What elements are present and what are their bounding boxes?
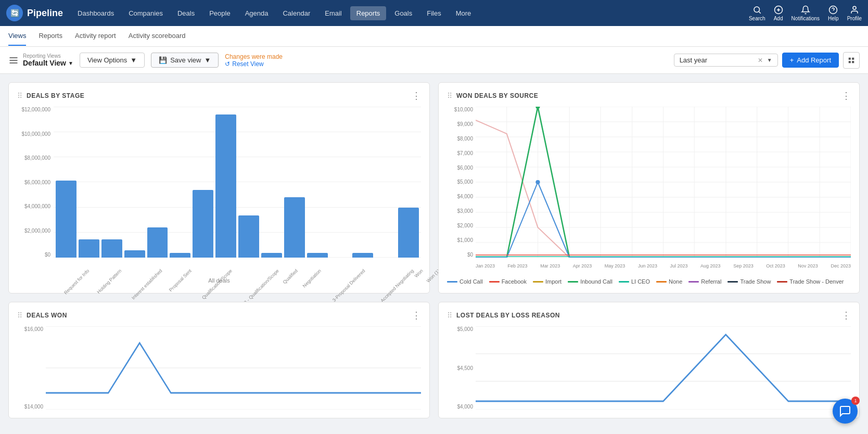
changes-title: Changes were made: [225, 53, 283, 60]
legend-inbound-call: Inbound Call: [568, 278, 612, 285]
legend-color: [619, 281, 629, 283]
drag-handle-icon[interactable]: ⠿: [17, 311, 22, 320]
nav-deals[interactable]: Deals: [171, 6, 201, 20]
legend-color: [656, 281, 667, 283]
lost-deals-card: ⠿ LOST DEALS BY LOSS REASON ⋮ $5,000 $4,…: [438, 302, 860, 418]
date-filter[interactable]: Last year ✕ ▼: [674, 54, 778, 67]
svg-line-1: [759, 11, 760, 13]
legend-color: [777, 281, 787, 283]
bar-item[interactable]: [284, 197, 305, 258]
won-deals-by-source-card: ⠿ WON DEALS BY SOURCE ⋮ $10,000$9,000$8,…: [438, 82, 860, 293]
subnav-activity-scoreboard[interactable]: Activity scoreboard: [129, 27, 186, 46]
nav-reports[interactable]: Reports: [350, 6, 387, 20]
svg-rect-14: [852, 61, 854, 63]
svg-point-38: [535, 107, 540, 109]
view-label-area: Reporting Views Default View ▼: [23, 53, 73, 67]
won-deals-legend: Cold Call Facebook Import Inbound Call L…: [447, 278, 851, 285]
bar-item[interactable]: [193, 190, 213, 258]
nav-files[interactable]: Files: [420, 6, 447, 20]
nav-right-icons: Search Add Notifications Help Profile: [749, 5, 862, 21]
chart-menu-icon[interactable]: ⋮: [841, 91, 851, 100]
deals-won-chart: $16,000 $14,000: [17, 326, 421, 410]
default-view-label[interactable]: Default View ▼: [23, 59, 73, 67]
svg-rect-11: [849, 57, 851, 59]
svg-point-0: [754, 7, 760, 12]
bar-item[interactable]: [307, 253, 328, 258]
bars-container: [54, 107, 421, 258]
grid-view-toggle[interactable]: [843, 52, 860, 69]
svg-rect-13: [849, 61, 851, 63]
drag-handle-icon[interactable]: ⠿: [447, 311, 452, 320]
bar-item[interactable]: [56, 181, 76, 258]
chart-menu-icon[interactable]: ⋮: [412, 91, 421, 100]
nav-dashboards[interactable]: Dashboards: [71, 6, 120, 20]
won-deals-header: ⠿ WON DEALS BY SOURCE ⋮: [447, 91, 851, 100]
bar-item[interactable]: [124, 250, 145, 258]
bar-item[interactable]: [170, 253, 190, 258]
chart-menu-icon[interactable]: ⋮: [841, 311, 851, 320]
save-view-button[interactable]: 💾 Save view ▼: [151, 53, 219, 68]
date-chevron-icon[interactable]: ▼: [767, 57, 772, 63]
legend-cold-call: Cold Call: [447, 278, 483, 285]
lost-deals-chart: $5,000 $4,500 $4,000: [447, 326, 851, 410]
bar-item[interactable]: [352, 253, 373, 258]
lost-deals-svg: [476, 326, 851, 410]
legend-color: [727, 281, 738, 283]
logo-text: Pipeline: [27, 8, 63, 19]
legend-color: [489, 281, 500, 283]
menu-icon: [8, 55, 19, 66]
nav-agenda[interactable]: Agenda: [239, 6, 275, 20]
nav-companies[interactable]: Companies: [122, 6, 169, 20]
y-axis: $12,000,000 $10,000,000 $8,000,000 $6,00…: [17, 107, 54, 258]
x-axis: Jan 2023Feb 2023Mar 2023Apr 2023May 2023…: [476, 259, 851, 273]
subnav-reports[interactable]: Reports: [39, 27, 62, 46]
lost-deals-title: LOST DEALS BY LOSS REASON: [456, 312, 560, 319]
drag-handle-icon[interactable]: ⠿: [447, 92, 452, 100]
legend-color: [688, 281, 699, 283]
bar-item[interactable]: [261, 253, 282, 258]
nav-email[interactable]: Email: [318, 6, 348, 20]
deals-won-header: ⠿ DEALS WON ⋮: [17, 311, 421, 320]
help-button[interactable]: Help: [828, 5, 839, 21]
profile-button[interactable]: Profile: [847, 5, 862, 21]
logo[interactable]: 🔄 Pipeline: [6, 5, 63, 21]
nav-more[interactable]: More: [450, 6, 478, 20]
chevron-down-icon: ▼: [68, 60, 73, 66]
bar-item[interactable]: [238, 215, 259, 258]
deals-won-svg: [46, 326, 421, 410]
deals-by-stage-card: ⠿ DEALS BY STAGE ⋮ $12,000,000 $10,000,0…: [8, 82, 430, 293]
legend-color: [533, 281, 543, 283]
save-icon: 💾: [159, 56, 167, 64]
date-filter-value: Last year: [680, 56, 754, 64]
nav-calendar[interactable]: Calendar: [276, 6, 316, 20]
reset-view-link[interactable]: ↺ Reset View: [225, 60, 283, 68]
search-button[interactable]: Search: [749, 5, 765, 21]
subnav-activity-report[interactable]: Activity report: [75, 27, 116, 46]
date-clear-icon[interactable]: ✕: [758, 57, 763, 64]
bar-item[interactable]: [398, 208, 419, 258]
bar-item[interactable]: [101, 239, 122, 258]
view-options-button[interactable]: View Options ▼: [80, 53, 145, 68]
line-chart-svg-area: [476, 107, 851, 258]
x-axis: Request for InfoHolding PatternInterest …: [54, 258, 421, 273]
chat-button[interactable]: 1: [833, 399, 858, 424]
subnav-views[interactable]: Views: [8, 27, 26, 46]
legend-color: [568, 281, 578, 283]
lost-deals-header: ⠿ LOST DEALS BY LOSS REASON ⋮: [447, 311, 851, 320]
nav-goals[interactable]: Goals: [388, 6, 418, 20]
bar-item[interactable]: [147, 227, 168, 258]
add-button[interactable]: Add: [774, 5, 783, 21]
drag-handle-icon[interactable]: ⠿: [17, 92, 22, 100]
add-report-button[interactable]: + Add Report: [782, 53, 839, 68]
deals-won-card: ⠿ DEALS WON ⋮ $16,000 $14,000: [8, 302, 430, 418]
bar-item[interactable]: [215, 114, 236, 258]
legend-trade-show: Trade Show: [727, 278, 771, 285]
chart-menu-icon[interactable]: ⋮: [412, 311, 421, 320]
sub-navigation: Views Reports Activity report Activity s…: [0, 26, 868, 47]
notifications-button[interactable]: Notifications: [792, 5, 820, 21]
nav-people[interactable]: People: [203, 6, 236, 20]
legend-trade-show-denver: Trade Show - Denver: [777, 278, 844, 285]
toolbar: Reporting Views Default View ▼ View Opti…: [0, 47, 868, 74]
bar-item[interactable]: [79, 239, 99, 258]
reset-icon: ↺: [225, 60, 230, 68]
